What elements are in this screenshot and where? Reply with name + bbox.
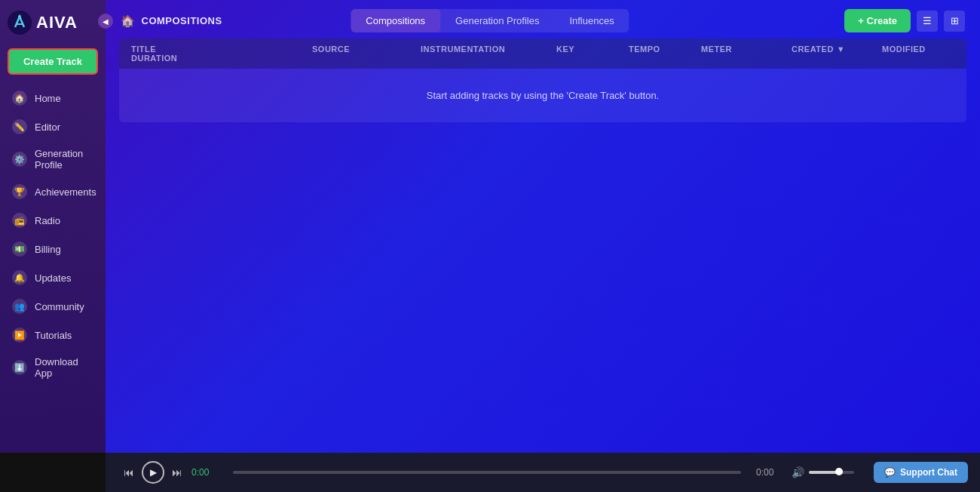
sidebar-item-achievements[interactable]: 🏆 Achievements [3,177,103,206]
sidebar-item-radio[interactable]: 📻 Radio [3,206,103,235]
col-title: Title [131,45,312,54]
sidebar-item-billing[interactable]: 💵 Billing [3,235,103,263]
achievements-icon: 🏆 [12,184,27,199]
time-current: 0:00 [191,467,218,478]
sidebar-item-label: Radio [35,215,60,226]
sidebar-item-label: Generation Profile [35,148,93,171]
sidebar-item-editor[interactable]: ✏️ Editor [3,112,103,141]
svg-point-0 [8,11,32,35]
top-nav: 🏠 Compositions CompositionsGeneration Pr… [106,0,980,38]
tab-group: CompositionsGeneration ProfilesInfluence… [351,9,629,32]
support-chat-label: Support Chat [900,467,957,478]
list-view-button[interactable]: ☰ [917,11,938,32]
main-content: 🏠 Compositions CompositionsGeneration Pr… [106,0,980,492]
previous-button[interactable]: ⏮ [124,466,134,478]
tutorials-icon: ▶️ [12,327,27,343]
radio-icon: 📻 [12,213,27,228]
create-track-button[interactable]: Create Track [8,48,98,75]
sidebar: AIVA ◀ Create Track 🏠 Home ✏️ Editor ⚙️ … [0,0,106,492]
logo-area: AIVA ◀ [0,0,106,42]
sidebar-item-download-app[interactable]: ⬇️ Download App [3,349,103,386]
tab-compositions[interactable]: Compositions [351,9,440,32]
breadcrumb-text: Compositions [142,15,222,26]
col-duration: Duration [131,54,312,63]
sidebar-item-label: Updates [35,272,71,284]
home-icon: 🏠 [121,14,136,28]
sidebar-item-label: Billing [35,244,61,255]
sidebar-item-label: Tutorials [35,330,72,341]
col-created[interactable]: Created ▼ [792,45,882,54]
sidebar-item-updates[interactable]: 🔔 Updates [3,263,103,292]
svg-point-1 [18,15,21,18]
sidebar-item-label: Home [35,93,61,104]
download-app-icon: ⬇️ [12,360,27,375]
table-empty-message: Start adding tracks by using the 'Create… [119,69,966,122]
col-key: Key [556,45,629,54]
table-header: TitleSourceInstrumentationKeyTempoMeterC… [119,38,966,69]
sidebar-item-label: Achievements [35,186,96,198]
sidebar-item-tutorials[interactable]: ▶️ Tutorials [3,321,103,349]
updates-icon: 🔔 [12,270,27,285]
col-tempo: Tempo [629,45,701,54]
tab-generation-profiles[interactable]: Generation Profiles [440,9,554,32]
community-icon: 👥 [12,299,27,314]
sidebar-collapse-button[interactable]: ◀ [98,14,113,29]
player-controls: ⏮ ▶ ⏭ [124,461,182,484]
sidebar-item-label: Community [35,301,84,312]
sidebar-item-community[interactable]: 👥 Community [3,292,103,321]
sidebar-item-label: Download App [35,356,93,379]
chat-icon: 💬 [884,467,896,478]
billing-icon: 💵 [12,241,27,257]
app-name: AIVA [36,13,78,32]
sidebar-item-generation-profile[interactable]: ⚙️ Generation Profile [3,141,103,177]
top-right-actions: + Create ☰ ⊞ [844,9,965,32]
play-button[interactable]: ▶ [142,461,164,484]
progress-bar[interactable] [233,471,741,474]
compositions-table: TitleSourceInstrumentationKeyTempoMeterC… [119,38,966,122]
time-total: 0:00 [756,467,782,478]
volume-icon: 🔊 [792,466,804,478]
col-meter: Meter [701,45,792,54]
support-chat-button[interactable]: 💬 Support Chat [874,462,968,483]
editor-icon: ✏️ [12,119,27,134]
col-instrumentation: Instrumentation [421,45,556,54]
breadcrumb: 🏠 Compositions [121,14,222,28]
col-modified: Modified [882,45,954,54]
col-source: Source [312,45,421,54]
volume-section: 🔊 [792,466,854,478]
sort-icon: ▼ [837,45,845,54]
create-button[interactable]: + Create [844,9,911,32]
sidebar-item-label: Editor [35,121,60,133]
aiva-logo-icon [8,11,32,35]
next-button[interactable]: ⏭ [172,466,182,478]
volume-bar[interactable] [809,471,854,474]
sidebar-item-home[interactable]: 🏠 Home [3,84,103,112]
home-icon: 🏠 [12,91,27,106]
grid-view-button[interactable]: ⊞ [944,11,965,32]
tab-influences[interactable]: Influences [554,9,629,32]
nav-list: 🏠 Home ✏️ Editor ⚙️ Generation Profile 🏆… [0,84,106,386]
generation-profile-icon: ⚙️ [12,152,27,167]
player-thumbnail [0,453,106,492]
player-bar: ⏮ ▶ ⏭ 0:00 0:00 🔊 💬 Support Chat [0,453,980,492]
volume-thumb [835,468,843,475]
